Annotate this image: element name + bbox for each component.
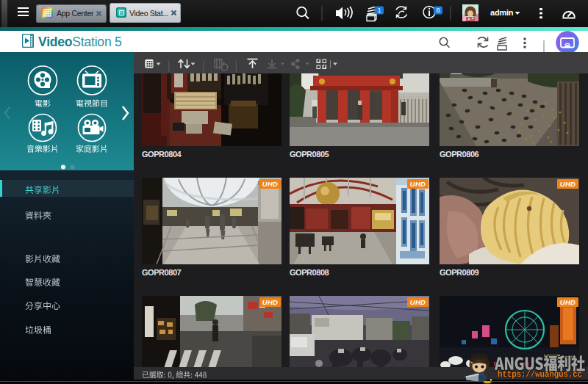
- svg-text:8: 8: [436, 7, 440, 14]
- svg-text:1: 1: [377, 7, 381, 14]
